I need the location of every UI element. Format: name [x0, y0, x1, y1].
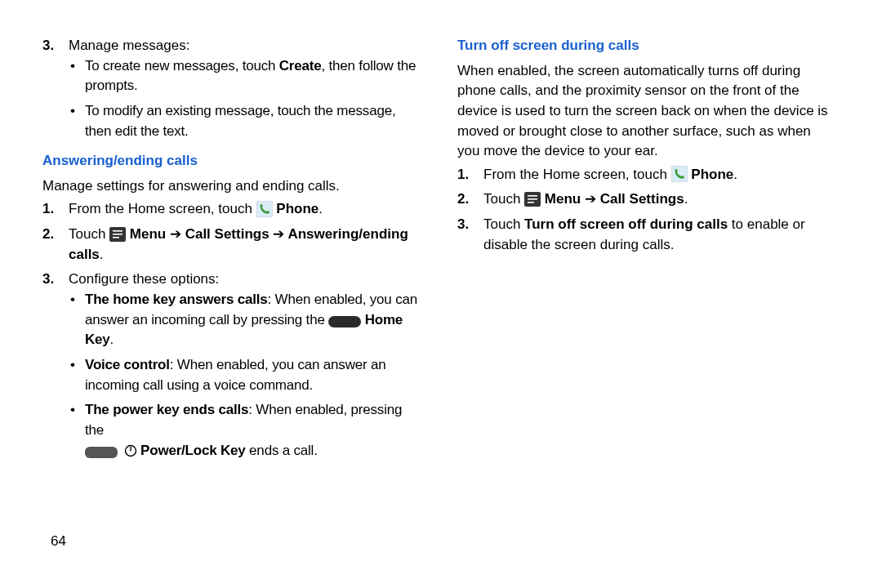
phone-icon: [256, 201, 273, 217]
svg-rect-4: [113, 237, 119, 238]
svg-rect-5: [328, 316, 361, 327]
steps-turn-off: 1. From the Home screen, touch Phone. 2.…: [457, 165, 833, 256]
bullet-modify: To modify an existing message, touch the…: [82, 101, 418, 141]
dot: .: [100, 247, 104, 262]
bold: Voice control: [85, 357, 170, 372]
power-lock-key-icon: [85, 444, 118, 456]
phone-icon: [671, 166, 688, 182]
heading-answering-ending: Answering/ending calls: [42, 151, 418, 172]
menu-icon: [109, 227, 126, 242]
option-homekey: The home key answers calls: When enabled…: [82, 290, 418, 350]
two-column-layout: 3. Manage messages: To create new messag…: [42, 36, 840, 466]
manage-messages-step: 3. Manage messages: To create new messag…: [42, 36, 418, 141]
menu-label: Menu: [545, 191, 585, 207]
option-powerkey: The power key ends calls: When enabled, …: [82, 400, 418, 461]
bold: The power key ends calls: [85, 402, 248, 417]
step-2: 2. Touch Menu ➔ Call Settings.: [477, 189, 833, 210]
step-3: 3. Manage messages: To create new messag…: [62, 36, 418, 141]
text: Configure these options:: [69, 271, 219, 287]
arrow: ➔: [273, 226, 284, 242]
step-number: 3.: [42, 36, 54, 56]
dot: .: [110, 332, 114, 347]
step-1: 1. From the Home screen, touch Phone.: [477, 165, 833, 185]
svg-rect-2: [113, 230, 122, 232]
manage-messages-bullets: To create new messages, touch Create, th…: [69, 56, 418, 142]
step-number: 2.: [457, 189, 469, 210]
svg-rect-12: [528, 198, 537, 200]
left-column: 3. Manage messages: To create new messag…: [42, 36, 418, 466]
svg-rect-11: [528, 195, 537, 197]
svg-rect-9: [671, 166, 688, 182]
dot: .: [684, 191, 688, 207]
page-number: 64: [51, 532, 66, 552]
step-number: 1.: [457, 165, 469, 185]
bold: The home key answers calls: [85, 292, 267, 307]
steps-answering: 1. From the Home screen, touch Phone. 2.…: [42, 199, 418, 461]
intro-turn-off: When enabled, the screen automatically t…: [457, 61, 833, 162]
step-2: 2. Touch Menu ➔ Call Settings ➔ Answerin…: [62, 225, 418, 265]
text: Touch: [69, 226, 109, 242]
home-key-icon: [328, 314, 361, 325]
step-number: 3.: [42, 270, 54, 290]
step-text: Manage messages:: [69, 38, 189, 53]
menu-label: Menu: [130, 226, 170, 242]
menu-icon: [524, 192, 541, 207]
text: To modify an existing message, touch the…: [85, 103, 395, 139]
arrow: ➔: [585, 191, 596, 207]
power-symbol-icon: [124, 443, 137, 457]
text: ends a call.: [246, 443, 318, 458]
step-3: 3. Touch Turn off screen off during call…: [477, 215, 833, 255]
step-number: 2.: [42, 225, 54, 245]
step-number: 1.: [42, 199, 54, 220]
option-voice: Voice control: When enabled, you can ans…: [82, 355, 418, 395]
bold: Create: [279, 58, 322, 74]
svg-rect-3: [113, 234, 122, 235]
dot: .: [733, 167, 737, 182]
text: From the Home screen, touch: [483, 167, 671, 182]
svg-rect-0: [256, 201, 273, 217]
phone-label: Phone: [691, 167, 733, 182]
arrow: ➔: [170, 226, 181, 242]
configure-options: The home key answers calls: When enabled…: [69, 290, 418, 461]
bullet-create: To create new messages, touch Create, th…: [82, 56, 418, 96]
phone-label: Phone: [276, 201, 318, 216]
text: Touch: [483, 216, 524, 232]
step-number: 3.: [457, 215, 469, 235]
dot: .: [318, 201, 323, 216]
text: From the Home screen, touch: [69, 201, 256, 216]
text: To create new messages, touch: [85, 58, 279, 74]
text: Touch: [483, 191, 524, 207]
powerkey-label: Power/Lock Key: [140, 443, 246, 458]
right-column: Turn off screen during calls When enable…: [457, 36, 833, 466]
svg-rect-13: [528, 202, 534, 203]
bold: Turn off screen off during calls: [524, 216, 728, 232]
intro-answering: Manage settings for answering and ending…: [42, 176, 418, 197]
svg-rect-6: [85, 447, 118, 458]
call-settings-label: Call Settings: [181, 226, 273, 242]
step-3: 3. Configure these options: The home key…: [62, 270, 418, 461]
heading-turn-off-screen: Turn off screen during calls: [457, 36, 833, 56]
call-settings-label: Call Settings: [596, 191, 684, 207]
step-1: 1. From the Home screen, touch Phone.: [62, 199, 418, 220]
